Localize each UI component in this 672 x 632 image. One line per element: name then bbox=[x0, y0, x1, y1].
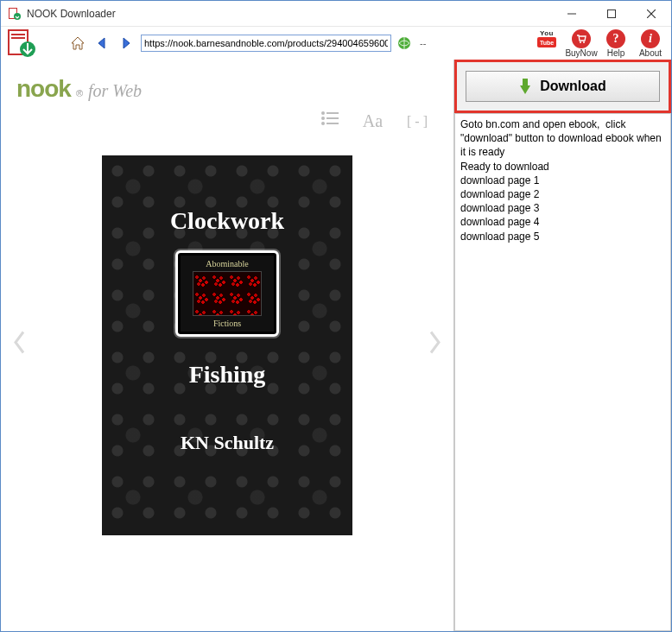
nook-brand: nook® for Web bbox=[1, 66, 453, 108]
svg-rect-10 bbox=[11, 37, 25, 39]
info-icon: i bbox=[641, 29, 660, 48]
cover-emblem: Abominable Fictions bbox=[175, 250, 279, 337]
app-icon bbox=[8, 7, 22, 21]
prev-page-button[interactable] bbox=[11, 330, 27, 362]
toolbar-right-icons: You Tube BuyNow ? Help i About bbox=[531, 29, 666, 58]
about-button[interactable]: i About bbox=[635, 29, 666, 58]
next-page-button[interactable] bbox=[428, 330, 443, 362]
book-title-2: Fishing bbox=[189, 361, 266, 389]
book-author: KN Schultz bbox=[181, 432, 274, 454]
side-panel: Download Goto bn.com and open ebook, cli… bbox=[453, 60, 671, 631]
titlebar: NOOK Downloader bbox=[1, 1, 671, 27]
font-size-button[interactable]: Aa bbox=[363, 111, 383, 131]
download-button[interactable]: Download bbox=[466, 71, 660, 102]
toolbar-dashes: -- bbox=[420, 38, 426, 48]
toolbar: -- You Tube BuyNow ? Help i About bbox=[1, 27, 671, 60]
reader-controls: Aa [ - ] bbox=[1, 108, 453, 138]
youtube-button[interactable]: You Tube bbox=[531, 29, 562, 58]
minimize-button[interactable] bbox=[552, 1, 592, 27]
forward-button[interactable] bbox=[117, 34, 136, 53]
window-controls bbox=[552, 1, 671, 27]
log-output[interactable]: Goto bn.com and open ebook, click "downl… bbox=[454, 113, 671, 631]
help-button[interactable]: ? Help bbox=[600, 29, 631, 58]
book-stage: Clockwork Abominable Fictions Fishing KN… bbox=[1, 138, 453, 553]
layout-toggle-button[interactable]: [ - ] bbox=[407, 111, 428, 131]
cart-icon bbox=[572, 29, 591, 48]
url-input[interactable] bbox=[141, 35, 391, 52]
back-button[interactable] bbox=[92, 34, 111, 53]
close-button[interactable] bbox=[631, 1, 671, 27]
maximize-button[interactable] bbox=[592, 1, 631, 27]
go-button[interactable] bbox=[396, 35, 412, 51]
book-cover[interactable]: Clockwork Abominable Fictions Fishing KN… bbox=[102, 155, 352, 535]
download-highlight: Download bbox=[454, 60, 671, 113]
window-title: NOOK Downloader bbox=[27, 8, 116, 20]
nook-logo: nook bbox=[16, 75, 71, 103]
svg-point-16 bbox=[583, 41, 585, 43]
book-title-1: Clockwork bbox=[170, 207, 284, 235]
download-arrow-icon bbox=[519, 79, 531, 94]
app-logo bbox=[6, 28, 37, 59]
help-icon: ? bbox=[606, 29, 625, 48]
toc-icon[interactable] bbox=[321, 111, 339, 131]
svg-rect-9 bbox=[11, 34, 25, 35]
buynow-button[interactable]: BuyNow bbox=[566, 29, 597, 58]
home-button[interactable] bbox=[68, 34, 87, 53]
main-area: nook® for Web Aa [ - ] Clockwork Abomina… bbox=[1, 60, 671, 631]
svg-rect-4 bbox=[608, 9, 616, 17]
reader-pane: nook® for Web Aa [ - ] Clockwork Abomina… bbox=[1, 60, 453, 631]
svg-point-15 bbox=[580, 41, 581, 43]
